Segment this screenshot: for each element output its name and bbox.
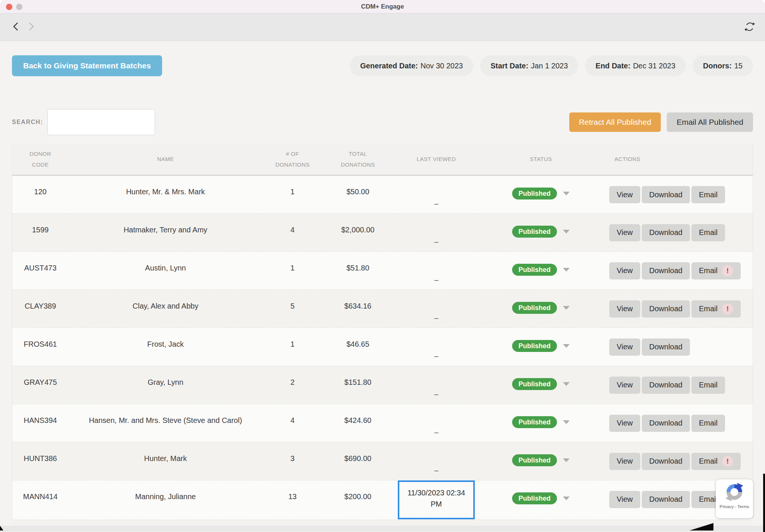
cell-name: Hansen, Mr. and Mrs. Steve (Steve and Ca… [68, 404, 263, 442]
window-title: CDM+ Engage [361, 3, 404, 10]
status-dropdown-caret-icon[interactable] [563, 306, 570, 310]
email-warning-icon: ! [722, 303, 733, 315]
button-label: Download [649, 304, 682, 313]
table-row: AUST473Austin, Lynn1$51.80–PublishedView… [12, 251, 753, 290]
table-body: 120Hunter, Mr. & Mrs. Mark1$50.00–Publis… [12, 175, 753, 520]
table-row: 120Hunter, Mr. & Mrs. Mark1$50.00–Publis… [12, 175, 753, 213]
button-label: View [617, 228, 633, 237]
col-header-total-donations: TOTAL DONATIONS [322, 144, 393, 175]
cell-actions: ViewDownloadEmail! [603, 442, 753, 480]
table-header-row: DONOR CODE NAME # OF DONATIONS TOTAL DON… [12, 144, 753, 175]
button-label: Download [649, 191, 682, 199]
cell-name: Manning, Julianne [68, 480, 263, 520]
status-badge: Published [512, 264, 557, 276]
pill-label: Start Date: [490, 62, 528, 70]
recaptcha-privacy-terms-links[interactable]: Privacy - Terms [716, 504, 753, 509]
title-bar: CDM+ Engage [0, 0, 765, 13]
download-statement-button[interactable]: Download [642, 377, 690, 394]
view-statement-button[interactable]: View [609, 300, 640, 318]
email-all-published-button[interactable]: Email All Published [667, 112, 753, 132]
button-label: Download [649, 495, 682, 504]
status-dropdown-caret-icon[interactable] [563, 382, 570, 386]
cell-name: Clay, Alex and Abby [68, 290, 263, 328]
window-edge-shadow [763, 474, 765, 532]
col-header-actions: ACTIONS [603, 144, 753, 175]
download-statement-button[interactable]: Download [642, 262, 690, 279]
cell-donor-code: 1599 [12, 213, 68, 251]
status-dropdown-caret-icon[interactable] [563, 344, 570, 348]
email-statement-button[interactable]: Email [691, 415, 725, 432]
table-row: FROS461Frost, Jack1$46.65–PublishedViewD… [12, 328, 753, 366]
email-statement-button[interactable]: Email! [691, 262, 741, 279]
cell-status: Published [479, 328, 603, 366]
status-dropdown-caret-icon[interactable] [563, 230, 570, 233]
forward-navigation-button[interactable] [26, 21, 36, 33]
button-label: Download [649, 228, 682, 237]
download-statement-button[interactable]: Download [642, 224, 690, 241]
cell-last-viewed: 11/30/2023 02:34 PM [393, 480, 479, 520]
cell-total-donations: $690.00 [322, 442, 393, 480]
button-label: Email [699, 191, 718, 199]
download-statement-button[interactable]: Download [642, 338, 690, 356]
view-statement-button[interactable]: View [609, 453, 640, 470]
download-statement-button[interactable]: Download [642, 453, 690, 470]
email-statement-button[interactable]: Email [691, 377, 725, 394]
view-statement-button[interactable]: View [609, 377, 640, 394]
refresh-button[interactable] [743, 20, 756, 34]
view-statement-button[interactable]: View [609, 415, 640, 432]
cell-total-donations: $51.80 [322, 251, 393, 290]
close-window-button[interactable] [6, 4, 12, 10]
status-dropdown-caret-icon[interactable] [563, 192, 570, 195]
refresh-icon [743, 28, 756, 34]
email-statement-button[interactable]: Email [691, 224, 725, 241]
cell-status: Published [479, 251, 603, 290]
download-statement-button[interactable]: Download [642, 186, 690, 203]
pill-label: End Date: [595, 62, 630, 70]
email-warning-icon: ! [722, 265, 733, 276]
search-input[interactable] [47, 109, 155, 135]
cell-actions: ViewDownloadEmail! [603, 290, 753, 328]
minimize-window-button[interactable] [16, 4, 22, 10]
cell-total-donations: $2,000.00 [322, 213, 393, 251]
status-dropdown-caret-icon[interactable] [563, 420, 570, 424]
view-statement-button[interactable]: View [609, 491, 640, 508]
download-statement-button[interactable]: Download [642, 300, 690, 318]
button-label: Download [649, 419, 682, 427]
status-dropdown-caret-icon[interactable] [563, 497, 570, 500]
cell-donation-count: 3 [263, 442, 322, 480]
view-statement-button[interactable]: View [609, 338, 640, 356]
button-label: Download [649, 266, 682, 275]
button-label: Email [699, 381, 718, 389]
status-badge: Published [512, 416, 557, 428]
pill-label: Donors: [703, 62, 732, 70]
button-label: View [617, 495, 633, 504]
status-dropdown-caret-icon[interactable] [563, 268, 570, 272]
retract-all-published-button[interactable]: Retract All Published [569, 112, 661, 132]
cell-last-viewed: – [393, 366, 479, 404]
recaptcha-badge[interactable]: Privacy - Terms [716, 479, 753, 518]
button-label: Email [699, 457, 718, 466]
download-statement-button[interactable]: Download [642, 491, 690, 508]
download-statement-button[interactable]: Download [642, 415, 690, 432]
table-row: 1599Hatmaker, Terry and Amy4$2,000.00–Pu… [12, 213, 753, 251]
cell-name: Gray, Lynn [68, 366, 263, 404]
cell-total-donations: $200.00 [322, 480, 393, 520]
status-dropdown-caret-icon[interactable] [563, 458, 570, 462]
back-to-batches-button[interactable]: Back to Giving Statement Batches [12, 55, 162, 76]
view-statement-button[interactable]: View [609, 262, 640, 279]
email-statement-button[interactable]: Email! [691, 300, 741, 318]
col-header-donor-code: DONOR CODE [12, 144, 68, 175]
email-statement-button[interactable]: Email! [691, 453, 741, 470]
pill-label: Generated Date: [360, 62, 418, 70]
cell-status: Published [479, 366, 603, 404]
cell-donation-count: 4 [263, 404, 322, 442]
cell-actions: ViewDownloadEmail! [603, 251, 753, 290]
view-statement-button[interactable]: View [609, 186, 640, 203]
cell-donor-code: HUNT386 [12, 442, 68, 480]
back-navigation-button[interactable] [11, 21, 21, 33]
view-statement-button[interactable]: View [609, 224, 640, 241]
cell-name: Austin, Lynn [68, 251, 263, 290]
email-statement-button[interactable]: Email [691, 186, 725, 203]
cell-status: Published [479, 442, 603, 480]
giving-statements-table: DONOR CODE NAME # OF DONATIONS TOTAL DON… [12, 144, 753, 520]
